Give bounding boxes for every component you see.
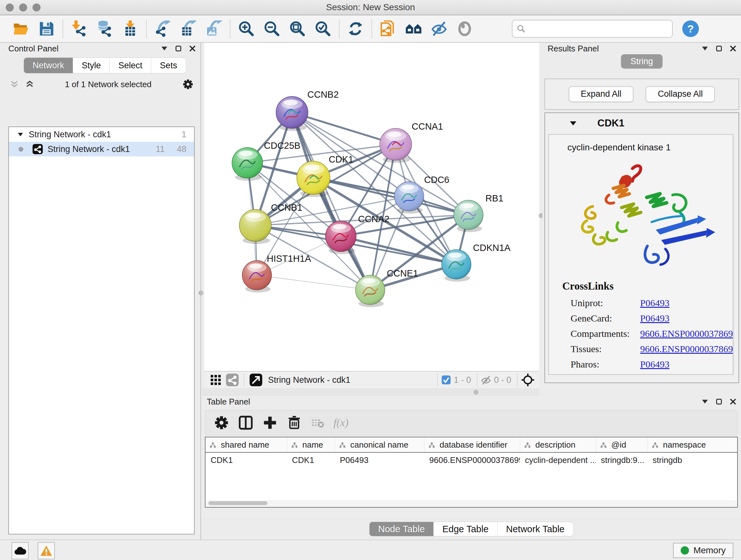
network-collection-row[interactable]: String Network - cdk1 1 bbox=[9, 127, 194, 142]
import-network-file-icon[interactable] bbox=[71, 20, 87, 37]
results-scrollbar[interactable] bbox=[734, 134, 737, 375]
grid-view-icon[interactable] bbox=[209, 373, 223, 387]
left-splitter-handle[interactable] bbox=[199, 291, 203, 295]
expand-all-button[interactable]: Expand All bbox=[569, 86, 634, 102]
detach-view-icon[interactable] bbox=[249, 373, 263, 387]
network-node-RB1[interactable]: RB1 bbox=[454, 193, 503, 232]
network-node-CDKN1A[interactable]: CDKN1A bbox=[442, 243, 511, 282]
column-header-description[interactable]: description bbox=[520, 437, 596, 452]
toolbar-separator bbox=[230, 20, 230, 38]
tab-network-table[interactable]: Network Table bbox=[497, 522, 574, 537]
control-panel-title: Control Panel bbox=[8, 44, 59, 54]
column-header-shared-name[interactable]: shared name bbox=[205, 437, 287, 452]
network-row[interactable]: String Network - cdk1 11 48 bbox=[9, 142, 194, 157]
panel-close-icon[interactable] bbox=[190, 46, 195, 51]
delete-column-icon[interactable] bbox=[287, 415, 301, 430]
help-button[interactable]: ? bbox=[682, 20, 699, 37]
string-document-icon[interactable] bbox=[380, 20, 396, 37]
column-header-@id[interactable]: @id bbox=[596, 437, 648, 452]
column-header-namespace[interactable]: namespace bbox=[648, 437, 738, 452]
collection-count: 1 bbox=[182, 130, 186, 139]
main-toolbar: ? bbox=[0, 15, 741, 43]
refresh-icon[interactable] bbox=[347, 20, 364, 37]
add-column-icon[interactable] bbox=[263, 415, 277, 430]
panel-float-icon[interactable] bbox=[716, 399, 722, 405]
string-view-icon[interactable] bbox=[225, 373, 239, 387]
zoom-fit-icon[interactable] bbox=[289, 20, 306, 37]
expand-all-icon[interactable] bbox=[25, 80, 34, 88]
panel-menu-icon[interactable] bbox=[161, 47, 167, 51]
export-network-icon[interactable] bbox=[154, 20, 171, 37]
crosslink-link[interactable]: 9606.ENSP00000378699 bbox=[640, 328, 733, 339]
gene-collapse-icon[interactable] bbox=[570, 121, 576, 125]
toolbar-separator bbox=[63, 20, 63, 38]
column-header-name[interactable]: name bbox=[287, 437, 335, 452]
collection-expand-icon[interactable] bbox=[18, 133, 23, 136]
column-header-database-identifier[interactable]: database identifier bbox=[424, 437, 520, 452]
network-node-CDK1[interactable]: CDK1 bbox=[297, 154, 353, 197]
import-table-file-icon[interactable] bbox=[122, 20, 138, 37]
show-glass-icon[interactable] bbox=[456, 20, 473, 37]
crosslinks-list: Uniprot:P06493GeneCard:P06493Compartment… bbox=[549, 295, 733, 372]
tab-edge-table[interactable]: Edge Table bbox=[434, 522, 497, 537]
panel-close-icon[interactable] bbox=[730, 399, 736, 405]
cloud-status-button[interactable] bbox=[11, 542, 29, 559]
tab-string[interactable]: String bbox=[621, 54, 663, 68]
tab-style[interactable]: Style bbox=[73, 57, 110, 73]
export-table-icon[interactable] bbox=[180, 20, 197, 37]
function-builder-button[interactable]: f(x) bbox=[333, 417, 348, 429]
memory-status-dot bbox=[681, 546, 689, 555]
warning-icon bbox=[40, 545, 52, 556]
crosslink-link[interactable]: 9606.ENSP00000378699 bbox=[640, 344, 733, 354]
open-session-icon[interactable] bbox=[13, 20, 29, 37]
crosslink-link[interactable]: P06493 bbox=[640, 298, 670, 308]
column-header-canonical-name[interactable]: canonical name bbox=[335, 437, 424, 452]
crosslink-link[interactable]: P06493 bbox=[640, 313, 670, 324]
selected-checkbox-icon[interactable] bbox=[441, 375, 451, 385]
zoom-in-icon[interactable] bbox=[238, 20, 255, 37]
panel-menu-icon[interactable] bbox=[702, 47, 708, 51]
tab-select[interactable]: Select bbox=[110, 57, 151, 73]
table-hscrollbar-thumb[interactable] bbox=[208, 501, 267, 505]
memory-button[interactable]: Memory bbox=[673, 543, 733, 558]
birdseye-icon[interactable] bbox=[521, 373, 535, 387]
panel-close-icon[interactable] bbox=[730, 46, 736, 51]
edge-CCNB2-CCNA1[interactable] bbox=[292, 112, 396, 144]
show-columns-icon[interactable] bbox=[239, 415, 253, 430]
horizontal-splitter[interactable] bbox=[202, 388, 539, 396]
save-session-icon[interactable] bbox=[38, 20, 55, 37]
table-tabs: Node TableEdge TableNetwork Table bbox=[202, 519, 741, 536]
panel-float-icon[interactable] bbox=[176, 46, 181, 51]
horizontal-splitter-handle[interactable] bbox=[474, 390, 478, 395]
panel-float-icon[interactable] bbox=[716, 46, 722, 51]
network-view-toolbar: String Network - cdk1 1 - 0 0 - 0 bbox=[204, 371, 539, 388]
table-row[interactable]: CDK1CDK1P064939606.ENSP00000378699cyclin… bbox=[205, 452, 738, 468]
table-options-gear-icon[interactable] bbox=[214, 415, 229, 430]
delete-table-icon[interactable] bbox=[311, 415, 324, 430]
panel-menu-icon[interactable] bbox=[702, 400, 708, 403]
memory-label: Memory bbox=[693, 545, 726, 556]
collapse-all-icon[interactable] bbox=[10, 80, 18, 88]
collapse-all-button[interactable]: Collapse All bbox=[646, 86, 715, 102]
hide-glass-icon[interactable] bbox=[431, 20, 448, 37]
tab-network[interactable]: Network bbox=[23, 57, 73, 73]
zoom-selected-icon[interactable] bbox=[315, 20, 331, 37]
export-image-icon[interactable] bbox=[205, 20, 222, 37]
network-node-CCNE1[interactable]: CCNE1 bbox=[355, 268, 418, 307]
import-network-database-icon[interactable] bbox=[96, 20, 113, 37]
network-node-CCNA1[interactable]: CCNA1 bbox=[380, 121, 443, 163]
search-input[interactable] bbox=[528, 22, 672, 36]
table-hscrollbar-track[interactable] bbox=[206, 501, 737, 506]
warnings-button[interactable] bbox=[38, 542, 55, 559]
tab-node-table[interactable]: Node Table bbox=[369, 522, 434, 537]
tab-sets[interactable]: Sets bbox=[151, 57, 186, 73]
edge-CCNE1-HIST1H1A[interactable] bbox=[257, 275, 370, 290]
zoom-out-icon[interactable] bbox=[264, 20, 280, 37]
crosslink-link[interactable]: P06493 bbox=[640, 359, 670, 370]
toolbar-separator bbox=[517, 374, 518, 386]
string-home-icon[interactable] bbox=[405, 20, 422, 37]
network-options-gear-icon[interactable] bbox=[183, 79, 193, 90]
network-node-HIST1H1A[interactable]: HIST1H1A bbox=[242, 253, 311, 293]
network-canvas[interactable]: CCNB2CCNA1CDC25BCDK1CDC6RB1CCNB1CCNA2CDK… bbox=[204, 43, 539, 371]
network-selected-status: 1 of 1 Network selected bbox=[34, 79, 183, 89]
